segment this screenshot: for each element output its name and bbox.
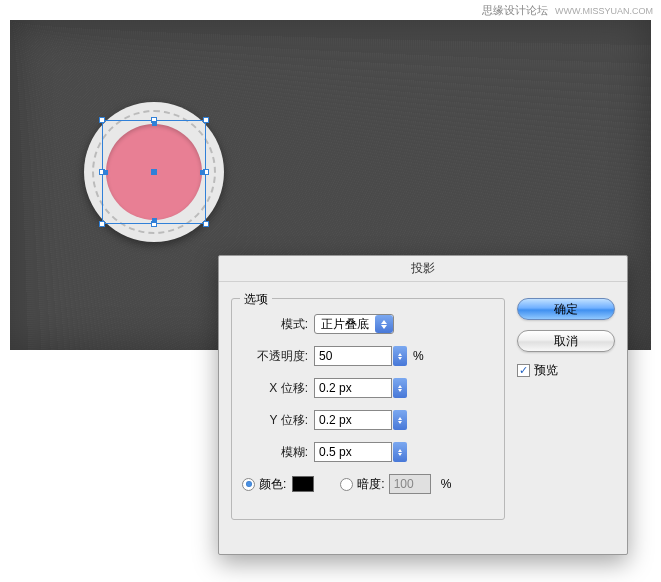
blur-stepper[interactable] bbox=[393, 442, 407, 462]
mode-value: 正片叠底 bbox=[321, 316, 369, 333]
watermark-url: WWW.MISSYUAN.COM bbox=[555, 6, 653, 16]
options-fieldset: 选项 模式: 正片叠底 不透明度: bbox=[231, 298, 505, 520]
badge-shape[interactable] bbox=[84, 102, 224, 242]
path-anchor-top[interactable] bbox=[152, 121, 157, 126]
color-swatch[interactable] bbox=[292, 476, 314, 492]
blur-input[interactable] bbox=[314, 442, 392, 462]
resize-handle-top-right[interactable] bbox=[203, 117, 209, 123]
x-offset-label: X 位移: bbox=[242, 380, 314, 397]
x-offset-input[interactable] bbox=[314, 378, 392, 398]
color-label: 颜色: bbox=[259, 476, 286, 493]
mode-label: 模式: bbox=[242, 316, 314, 333]
preview-label: 预览 bbox=[534, 362, 558, 379]
options-legend: 选项 bbox=[240, 291, 272, 308]
resize-handle-bottom-left[interactable] bbox=[99, 221, 105, 227]
watermark-site: 思缘设计论坛 bbox=[482, 4, 548, 16]
resize-handle-bottom-right[interactable] bbox=[203, 221, 209, 227]
selection-bounding-box[interactable] bbox=[102, 120, 206, 224]
y-offset-label: Y 位移: bbox=[242, 412, 314, 429]
dialog-title: 投影 bbox=[219, 256, 627, 282]
darkness-radio[interactable] bbox=[340, 478, 353, 491]
path-anchor-right[interactable] bbox=[200, 170, 205, 175]
darkness-input bbox=[389, 474, 431, 494]
opacity-unit: % bbox=[413, 349, 424, 363]
y-offset-input[interactable] bbox=[314, 410, 392, 430]
darkness-label: 暗度: bbox=[357, 476, 384, 493]
blur-label: 模糊: bbox=[242, 444, 314, 461]
mode-dropdown[interactable]: 正片叠底 bbox=[314, 314, 394, 334]
opacity-input[interactable] bbox=[314, 346, 392, 366]
ok-button[interactable]: 确定 bbox=[517, 298, 615, 320]
transform-center-point[interactable] bbox=[151, 169, 157, 175]
drop-shadow-dialog: 投影 选项 模式: 正片叠底 不透明度: bbox=[218, 255, 628, 555]
y-offset-stepper[interactable] bbox=[393, 410, 407, 430]
dropdown-arrow-icon bbox=[375, 315, 393, 333]
preview-checkbox[interactable]: ✓ bbox=[517, 364, 530, 377]
opacity-label: 不透明度: bbox=[242, 348, 314, 365]
opacity-stepper[interactable] bbox=[393, 346, 407, 366]
path-anchor-left[interactable] bbox=[103, 170, 108, 175]
resize-handle-top-left[interactable] bbox=[99, 117, 105, 123]
x-offset-stepper[interactable] bbox=[393, 378, 407, 398]
color-radio[interactable] bbox=[242, 478, 255, 491]
path-anchor-bottom[interactable] bbox=[152, 218, 157, 223]
cancel-button[interactable]: 取消 bbox=[517, 330, 615, 352]
watermark: 思缘设计论坛 WWW.MISSYUAN.COM bbox=[482, 3, 653, 18]
darkness-unit: % bbox=[441, 477, 452, 491]
